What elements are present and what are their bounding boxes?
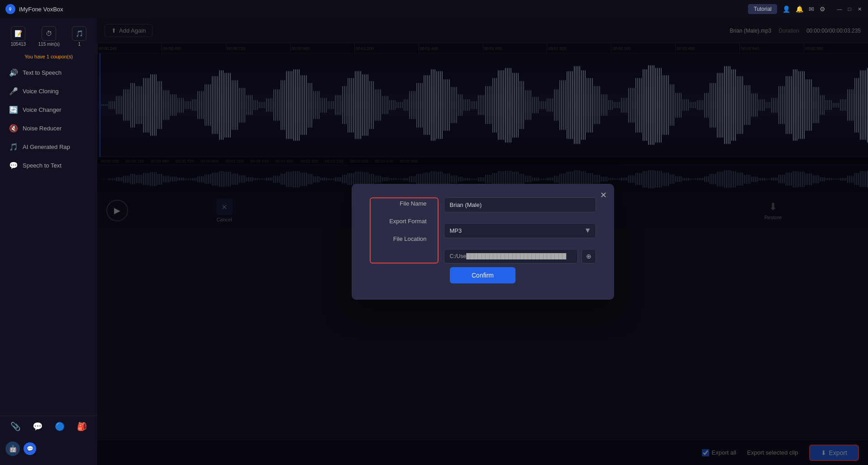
export-format-row: MP3 WAV OGG FLAC M4A ▼ <box>444 223 596 238</box>
sidebar-stats: 📝 105413 ⏱ 115 min(s) 🎵 1 <box>0 23 97 50</box>
file-location-input[interactable] <box>444 249 578 264</box>
ai-rap-icon: 🎵 <box>9 143 18 151</box>
export-format-wrapper: MP3 WAV OGG FLAC M4A ▼ <box>444 223 596 238</box>
sidebar-item-label: Text to Speech <box>23 69 62 76</box>
sidebar-footer: 🤖 💬 <box>0 437 97 460</box>
chat-bubble-icon[interactable]: 💬 <box>24 442 36 455</box>
export-format-label-row: Export Format <box>372 218 436 225</box>
text-to-speech-icon: 🔊 <box>9 68 18 77</box>
voice-changer-icon: 🔄 <box>9 105 18 114</box>
coupon-banner: You have 1 coupon(s) <box>0 52 97 64</box>
modal-overlay[interactable]: ✕ File Name Export Format File Location <box>97 18 868 465</box>
minimize-button[interactable]: — <box>836 6 843 12</box>
sidebar: 📝 105413 ⏱ 115 min(s) 🎵 1 You have 1 cou… <box>0 18 97 465</box>
mail-icon[interactable]: ✉ <box>809 5 814 13</box>
user-icon[interactable]: 👤 <box>782 5 790 13</box>
characters-icon: 📝 <box>11 26 25 41</box>
maximize-button[interactable]: □ <box>846 6 853 12</box>
close-button[interactable]: ✕ <box>856 6 863 12</box>
voice-cloning-icon: 🎤 <box>9 87 18 96</box>
sidebar-item-label: Voice Changer <box>23 106 61 113</box>
settings-icon[interactable]: ⚙ <box>820 5 825 13</box>
stat-files: 🎵 1 <box>72 26 86 47</box>
file-location-label-row: File Location <box>372 235 436 242</box>
sidebar-item-voice-changer[interactable]: 🔄 Voice Changer <box>4 101 94 119</box>
sidebar-bottom: 📎 💬 🔵 🎒 <box>0 416 97 437</box>
app-logo: 🎙 <box>5 4 15 14</box>
attach-icon[interactable]: 📎 <box>10 422 20 431</box>
modal-close-button[interactable]: ✕ <box>600 190 607 200</box>
export-modal: ✕ File Name Export Format File Location <box>352 184 614 300</box>
modal-inputs: MP3 WAV OGG FLAC M4A ▼ <box>439 197 596 264</box>
file-location-label: File Location <box>372 235 436 242</box>
file-name-label: File Name <box>372 200 436 207</box>
characters-value: 105413 <box>11 42 26 47</box>
file-name-row <box>444 197 596 212</box>
sidebar-item-text-to-speech[interactable]: 🔊 Text to Speech <box>4 64 94 81</box>
modal-confirm-row: Confirm <box>370 267 596 283</box>
file-location-row: ⊕ <box>444 249 596 264</box>
modal-content: File Name Export Format File Location <box>370 197 596 264</box>
window-controls: — □ ✕ <box>836 6 863 12</box>
sidebar-item-label: AI Generated Rap <box>23 144 70 150</box>
bluetooth-icon[interactable]: 🔵 <box>55 422 65 431</box>
sidebar-item-label: Noise Reducer <box>23 125 62 132</box>
file-name-input[interactable] <box>444 197 596 212</box>
export-format-select[interactable]: MP3 WAV OGG FLAC M4A <box>444 223 596 238</box>
export-format-label: Export Format <box>372 218 436 225</box>
sidebar-item-noise-reducer[interactable]: 🔇 Noise Reducer <box>4 120 94 137</box>
files-icon: 🎵 <box>72 26 86 41</box>
sidebar-item-speech-to-text[interactable]: 💬 Speech to Text <box>4 157 94 174</box>
sidebar-item-voice-cloning[interactable]: 🎤 Voice Cloning <box>4 82 94 100</box>
minutes-icon: ⏱ <box>42 26 56 41</box>
sidebar-item-label: Speech to Text <box>23 162 62 169</box>
confirm-button[interactable]: Confirm <box>450 267 515 283</box>
bot-avatar: 🤖 <box>5 441 20 456</box>
bag-icon[interactable]: 🎒 <box>77 422 87 431</box>
noise-reducer-icon: 🔇 <box>9 124 18 133</box>
app-title: iMyFone VoxBox <box>19 6 63 13</box>
sidebar-item-ai-generated-rap[interactable]: 🎵 AI Generated Rap <box>4 138 94 156</box>
titlebar: 🎙 iMyFone VoxBox Tutorial 👤 🔔 ✉ ⚙ — □ ✕ <box>0 0 868 18</box>
folder-browse-button[interactable]: ⊕ <box>582 249 596 264</box>
location-input-row: ⊕ <box>444 249 596 264</box>
modal-labels-box: File Name Export Format File Location <box>370 197 439 264</box>
chat-icon[interactable]: 💬 <box>33 422 43 431</box>
titlebar-right: Tutorial 👤 🔔 ✉ ⚙ — □ ✕ <box>748 4 863 14</box>
minutes-value: 115 min(s) <box>38 42 60 47</box>
sidebar-nav: 🔊 Text to Speech 🎤 Voice Cloning 🔄 Voice… <box>0 64 97 174</box>
files-value: 1 <box>78 42 81 47</box>
main-layout: 📝 105413 ⏱ 115 min(s) 🎵 1 You have 1 cou… <box>0 18 868 465</box>
content-area: ⬆ Add Again Brian (Male).mp3 Duration 00… <box>97 18 868 465</box>
stat-minutes: ⏱ 115 min(s) <box>38 26 60 47</box>
tutorial-button[interactable]: Tutorial <box>748 4 777 14</box>
file-name-label-row: File Name <box>372 200 436 207</box>
notification-icon[interactable]: 🔔 <box>796 5 803 13</box>
speech-to-text-icon: 💬 <box>9 161 18 170</box>
sidebar-item-label: Voice Cloning <box>23 88 59 95</box>
stat-characters: 📝 105413 <box>11 26 26 47</box>
